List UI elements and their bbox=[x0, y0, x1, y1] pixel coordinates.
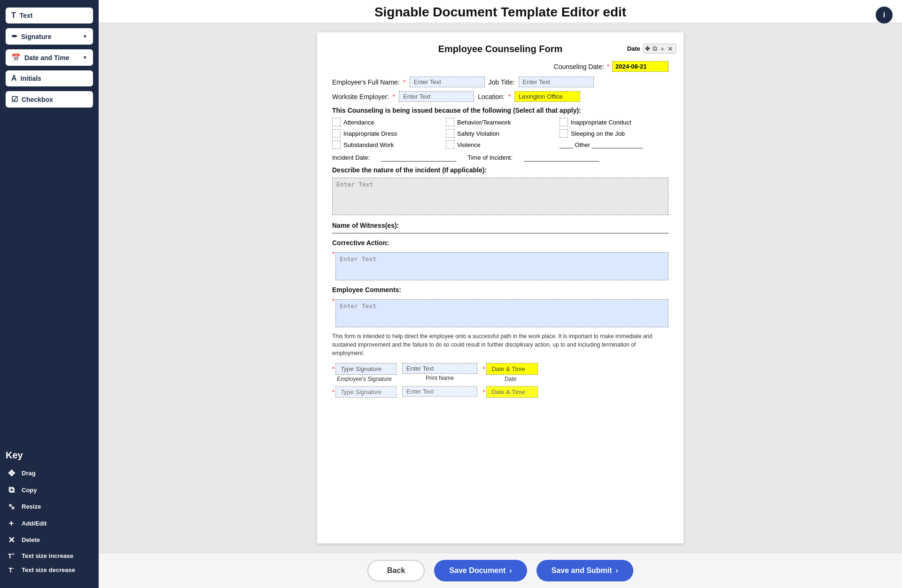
checkbox-safety[interactable]: Safety Violation bbox=[446, 129, 555, 138]
incident-time-field[interactable] bbox=[524, 154, 599, 162]
tool-text-button[interactable]: T Text bbox=[6, 8, 93, 23]
date-group-1: * Date & Time Date bbox=[483, 363, 538, 382]
print-group-2: Enter Text bbox=[402, 386, 477, 397]
back-button[interactable]: Back bbox=[367, 560, 425, 581]
date-copy-btn[interactable]: ⧉ bbox=[652, 45, 658, 53]
date-close-btn[interactable]: ✕ bbox=[667, 45, 674, 53]
checkbox-inappropriate-dress-box[interactable] bbox=[332, 129, 341, 138]
nature-textarea[interactable] bbox=[332, 178, 669, 215]
checkbox-substandard-label: Substandard Work bbox=[343, 141, 394, 148]
date1-field[interactable]: Date & Time bbox=[486, 363, 538, 375]
comments-textarea[interactable] bbox=[335, 299, 669, 327]
signature-icon: ✒ bbox=[11, 32, 17, 41]
checkbox-sleeping[interactable]: Sleeping on the Job bbox=[560, 129, 669, 138]
key-drag[interactable]: ✥ Drag bbox=[6, 468, 93, 479]
key-delete-label: Delete bbox=[22, 536, 40, 543]
resize-icon: ⤡ bbox=[6, 502, 17, 512]
sig1-sublabel: Employee's Signature bbox=[332, 376, 397, 382]
corrective-required: * bbox=[332, 250, 334, 257]
key-resize-label: Resize bbox=[22, 503, 41, 510]
incident-time-label: Time of Incident: bbox=[467, 154, 513, 161]
date2-required: * bbox=[483, 388, 485, 395]
employee-comments-row: * bbox=[332, 297, 669, 327]
print1-sublabel: Print Name bbox=[402, 375, 477, 381]
checkboxes-grid: Attendance Behavior/Teamwork Inappropria… bbox=[332, 118, 669, 149]
employee-comments-heading: Employee Comments: bbox=[332, 286, 669, 294]
location-field[interactable]: Lexington Office bbox=[514, 91, 580, 102]
checkbox-violence-label: Violence bbox=[457, 141, 481, 148]
key-text-size-increase-label: Text size increase bbox=[22, 552, 73, 559]
tool-signature-label: Signature bbox=[21, 33, 52, 40]
checkbox-inappropriate-conduct-box[interactable] bbox=[560, 118, 568, 126]
print2-field[interactable]: Enter Text bbox=[402, 386, 477, 397]
nature-heading: Describe the nature of the incident (If … bbox=[332, 166, 669, 174]
tool-initials-label: Initials bbox=[21, 75, 41, 82]
checkbox-violence[interactable]: Violence bbox=[446, 140, 555, 149]
save-submit-arrow: › bbox=[616, 566, 618, 575]
checkbox-attendance-label: Attendance bbox=[343, 119, 374, 126]
corrective-textarea[interactable] bbox=[335, 252, 669, 280]
copy-icon: ⧉ bbox=[6, 485, 17, 495]
key-text-size-decrease[interactable]: T- Text size decrease bbox=[6, 566, 93, 574]
signature-arrow: ▼ bbox=[83, 34, 87, 39]
key-text-size-increase[interactable]: T+ Text size increase bbox=[6, 552, 93, 560]
checkbox-attendance[interactable]: Attendance bbox=[332, 118, 441, 126]
checkbox-other-label: ____ Other _______________ bbox=[560, 141, 643, 148]
sig2-field[interactable]: Type Signature bbox=[335, 386, 397, 398]
checkbox-substandard-box[interactable] bbox=[332, 140, 341, 149]
location-required: * bbox=[508, 93, 511, 100]
key-add-edit[interactable]: + Add/Edit bbox=[6, 518, 93, 528]
delete-icon: ✕ bbox=[6, 535, 17, 545]
job-title-label: Job Title: bbox=[489, 78, 515, 86]
key-title: Key bbox=[6, 450, 93, 461]
comments-required: * bbox=[332, 297, 334, 304]
full-name-field[interactable]: Enter Text bbox=[410, 77, 485, 87]
signature-row-1: * Type Signature Employee's Signature En… bbox=[332, 363, 669, 382]
checkbox-sleeping-box[interactable] bbox=[560, 129, 568, 138]
page-title: Signable Document Template Editor edit bbox=[108, 5, 893, 20]
drag-icon: ✥ bbox=[6, 468, 17, 479]
signature-row-2: * Type Signature Enter Text * Date & Tim… bbox=[332, 386, 669, 398]
save-submit-button[interactable]: Save and Submit › bbox=[537, 560, 633, 581]
job-title-field[interactable]: Enter Text bbox=[519, 77, 594, 87]
counseling-date-field[interactable]: 2024-08-21 bbox=[612, 61, 669, 72]
checkbox-violence-box[interactable] bbox=[446, 140, 454, 149]
tool-text-label: Text bbox=[20, 12, 33, 19]
print-group-1: Enter Text Print Name bbox=[402, 363, 477, 381]
date2-field[interactable]: Date & Time bbox=[486, 386, 538, 398]
incident-date-field[interactable] bbox=[381, 154, 456, 162]
document-title: Employee Counseling Form bbox=[332, 44, 669, 54]
worksite-field[interactable]: Enter Text bbox=[399, 91, 474, 102]
date-expand-btn[interactable]: + bbox=[660, 45, 665, 53]
full-name-required: * bbox=[404, 78, 406, 85]
info-button[interactable]: i bbox=[876, 7, 893, 23]
tool-signature-button[interactable]: ✒ Signature ▼ bbox=[6, 28, 93, 45]
checkbox-inappropriate-conduct[interactable]: Inappropriate Conduct bbox=[560, 118, 669, 126]
key-add-edit-label: Add/Edit bbox=[22, 520, 47, 527]
checkbox-safety-box[interactable] bbox=[446, 129, 454, 138]
checkbox-behavior-box[interactable] bbox=[446, 118, 454, 126]
tool-initials-button[interactable]: A Initials bbox=[6, 70, 93, 86]
datetime-icon: 📅 bbox=[11, 53, 21, 62]
worksite-label: Worksite Employer: bbox=[332, 93, 389, 101]
key-copy-label: Copy bbox=[22, 487, 37, 494]
key-resize[interactable]: ⤡ Resize bbox=[6, 502, 93, 512]
worksite-location-row: Worksite Employer: * Enter Text Location… bbox=[332, 91, 669, 102]
key-copy[interactable]: ⧉ Copy bbox=[6, 485, 93, 495]
document-paper: Employee Counseling Form Date ✥ ⧉ + ✕ Co… bbox=[317, 32, 684, 543]
save-document-button[interactable]: Save Document › bbox=[434, 560, 527, 581]
date-group-2: * Date & Time bbox=[483, 386, 538, 398]
sig1-field[interactable]: Type Signature bbox=[335, 363, 397, 375]
print1-field[interactable]: Enter Text bbox=[402, 363, 477, 374]
tool-checkbox-button[interactable]: ☑ Checkbox bbox=[6, 91, 93, 108]
checkbox-substandard[interactable]: Substandard Work bbox=[332, 140, 441, 149]
key-delete[interactable]: ✕ Delete bbox=[6, 535, 93, 545]
text-icon: T bbox=[11, 11, 16, 20]
checkbox-inappropriate-dress[interactable]: Inappropriate Dress bbox=[332, 129, 441, 138]
save-document-label: Save Document bbox=[449, 566, 505, 575]
checkbox-attendance-box[interactable] bbox=[332, 118, 341, 126]
document-area: Employee Counseling Form Date ✥ ⧉ + ✕ Co… bbox=[99, 23, 902, 553]
tool-datetime-button[interactable]: 📅 Date and Time ▼ bbox=[6, 49, 93, 66]
checkbox-behavior-label: Behavior/Teamwork bbox=[457, 119, 511, 126]
checkbox-behavior[interactable]: Behavior/Teamwork bbox=[446, 118, 555, 126]
